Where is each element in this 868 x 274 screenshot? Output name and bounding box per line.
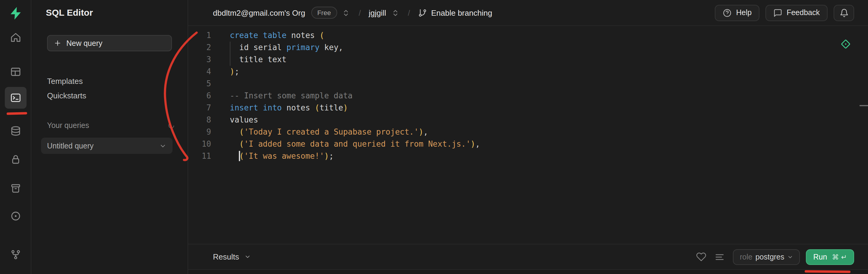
line-number: 9	[188, 126, 211, 138]
code-line[interactable]: 10 ('I added some data and queried it fr…	[188, 138, 856, 150]
org-name[interactable]: dbdltm2@gmail.com's Org	[213, 8, 305, 17]
supabase-logo-icon	[8, 6, 23, 21]
lock-icon	[10, 153, 22, 165]
loading-spinner-icon	[167, 121, 176, 130]
results-label: Results	[213, 252, 239, 261]
code-text: title text	[211, 54, 286, 66]
query-item-untitled[interactable]: Untitled query	[41, 138, 173, 154]
notifications-button[interactable]	[834, 4, 854, 21]
chevron-down-icon	[159, 142, 166, 149]
nav-realtime-button[interactable]	[10, 210, 22, 222]
realtime-icon	[10, 210, 22, 222]
chevrons-up-down-icon	[342, 8, 350, 17]
code-text: -- Insert some sample data	[211, 90, 352, 102]
fork-icon	[10, 249, 22, 261]
code-line[interactable]: 6-- Insert some sample data	[188, 90, 856, 102]
code-line[interactable]: 3 title text	[188, 54, 856, 66]
code-text: );	[211, 66, 239, 78]
role-selector[interactable]: role postgres	[733, 249, 800, 265]
nav-sql-editor-button[interactable]	[5, 87, 27, 109]
nav-database-button[interactable]	[10, 125, 22, 137]
text-cursor	[239, 151, 240, 161]
run-label: Run	[813, 252, 827, 261]
database-icon	[10, 125, 22, 137]
scrollbar-marker	[860, 105, 868, 106]
bell-icon	[839, 8, 848, 17]
code-line[interactable]: 5	[188, 78, 856, 90]
supabase-sql-editor-window: SQL Editor New query Templates Quickstar…	[0, 0, 868, 274]
nav-home-button[interactable]	[10, 31, 22, 43]
results-dropdown[interactable]: Results	[213, 252, 251, 261]
line-number: 4	[188, 66, 211, 78]
chevron-down-icon	[787, 254, 794, 260]
code-editor[interactable]: 1create table notes (2 id serial primary…	[188, 26, 868, 244]
your-queries-section-header: Your queries	[47, 121, 176, 130]
code-line[interactable]: 11 ('It was awesome!');	[188, 150, 856, 162]
code-text: id serial primary key,	[211, 42, 343, 54]
line-number: 5	[188, 78, 211, 90]
indent-guide	[230, 42, 230, 66]
code-text: insert into notes (title)	[211, 102, 348, 114]
storage-icon	[10, 182, 22, 194]
main-area: dbdltm2@gmail.com's Org Free / jgjgill /…	[188, 0, 868, 274]
nav-branching-button[interactable]	[10, 249, 22, 261]
code-text: ('It was awesome!');	[211, 150, 334, 162]
ai-assistant-button[interactable]	[839, 37, 852, 51]
code-text: ('I added some data and queried it from …	[211, 138, 480, 150]
git-branch-icon	[418, 8, 427, 17]
breadcrumb-separator: /	[359, 8, 361, 17]
code-text: create table notes (	[211, 30, 324, 42]
run-shortcut: ⌘ ↵	[832, 252, 847, 261]
page-title: SQL Editor	[46, 7, 93, 18]
project-name[interactable]: jgjgill	[369, 8, 386, 17]
nav-storage-button[interactable]	[10, 182, 22, 194]
plus-icon	[54, 39, 62, 47]
role-value: postgres	[755, 252, 784, 261]
code-line[interactable]: 7insert into notes (title)	[188, 102, 856, 114]
enable-branching-label: Enable branching	[431, 8, 492, 17]
new-query-button[interactable]: New query	[47, 35, 172, 51]
project-switcher-button[interactable]	[390, 7, 400, 19]
sql-editor-sidebar: SQL Editor New query Templates Quickstar…	[31, 0, 188, 274]
your-queries-label: Your queries	[47, 121, 89, 130]
query-item-label: Untitled query	[47, 142, 93, 150]
chevrons-up-down-icon	[391, 8, 399, 17]
code-line[interactable]: 9 ('Today I created a Supabase project.'…	[188, 126, 856, 138]
new-query-label: New query	[66, 39, 102, 48]
bottom-strip	[188, 269, 868, 274]
code-line[interactable]: 1create table notes (	[188, 30, 856, 42]
org-switcher-button[interactable]	[341, 7, 351, 19]
code-line[interactable]: 2 id serial primary key,	[188, 42, 856, 54]
nav-authentication-button[interactable]	[10, 153, 22, 165]
help-button[interactable]: Help	[715, 4, 760, 21]
enable-branching-button[interactable]: Enable branching	[418, 8, 492, 17]
format-sql-button[interactable]	[715, 252, 725, 262]
sidebar-item-quickstarts[interactable]: Quickstarts	[47, 90, 86, 101]
favorite-button[interactable]	[696, 252, 707, 262]
code-line[interactable]: 8values	[188, 114, 856, 126]
results-bar: Results role postgres Run ⌘ ↵	[188, 244, 868, 269]
sql-editor-icon	[10, 92, 22, 104]
help-label: Help	[736, 8, 752, 17]
run-button[interactable]: Run ⌘ ↵	[806, 249, 854, 265]
ai-assistant-diamond-icon	[839, 37, 852, 51]
breadcrumb-separator: /	[408, 8, 410, 17]
nav-rail	[0, 0, 31, 274]
code-text: ('Today I created a Supabase project.'),	[211, 126, 428, 138]
supabase-logo-button[interactable]	[8, 6, 23, 21]
line-number: 7	[188, 102, 211, 114]
role-label: role	[740, 252, 752, 261]
line-number: 2	[188, 42, 211, 54]
table-editor-icon	[10, 66, 22, 78]
plan-badge: Free	[311, 7, 337, 19]
line-number: 6	[188, 90, 211, 102]
line-number: 8	[188, 114, 211, 126]
nav-table-editor-button[interactable]	[10, 66, 22, 78]
code-text	[211, 78, 230, 90]
line-number: 11	[188, 150, 211, 162]
chevron-down-icon	[245, 253, 251, 260]
sidebar-item-templates[interactable]: Templates	[47, 75, 83, 86]
code-line[interactable]: 4);	[188, 66, 856, 78]
feedback-button[interactable]: Feedback	[766, 4, 828, 21]
help-circle-icon	[723, 8, 732, 17]
